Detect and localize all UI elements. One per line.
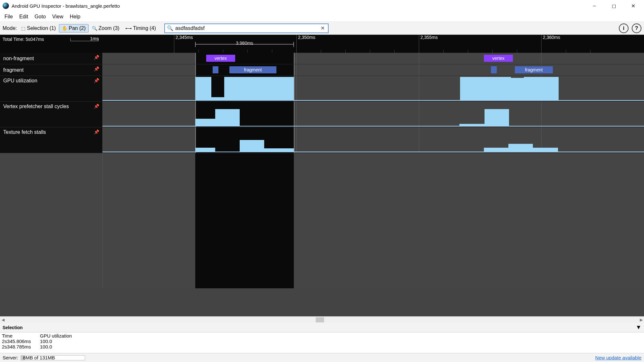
total-time-label: Total Time: 5s047ms 1ms: [0, 35, 102, 53]
info-button[interactable]: i: [619, 23, 629, 33]
track-texture-stall[interactable]: Texture fetch stalls 📌: [0, 127, 644, 153]
chip-fragment-small-2[interactable]: [491, 66, 497, 73]
tex-stall-bar-4[interactable]: [533, 148, 558, 152]
cell-value: 100.0: [40, 344, 85, 349]
chip-vertex-1[interactable]: vertex: [206, 55, 235, 62]
selection-panel-header[interactable]: Selection ▼: [0, 323, 644, 332]
vtx-stall-bar-1[interactable]: [195, 119, 215, 126]
mode-selection-label: Selection (1): [27, 25, 56, 31]
chip-fragment-1[interactable]: fragment: [229, 66, 276, 73]
mode-timing-label: Timing (4): [133, 25, 156, 31]
tex-stall-bar-3[interactable]: [508, 144, 533, 152]
gpu-util-bar-2[interactable]: [460, 77, 559, 100]
total-time-text: Total Time: 5s047ms: [3, 37, 44, 42]
tracks-container: non-fragment 📌 vertex vertex fragment 📌: [0, 53, 644, 316]
mode-label: Mode:: [3, 25, 17, 31]
pin-icon[interactable]: 📌: [94, 129, 99, 135]
chevron-down-icon[interactable]: ▼: [636, 324, 641, 331]
col-time-header[interactable]: Time: [2, 333, 40, 339]
track-vertex-stall-body[interactable]: [102, 102, 644, 127]
scroll-thumb[interactable]: [316, 317, 324, 322]
track-vertex-stall-label: Vertex prefetcher stall cycles 📌: [0, 102, 102, 127]
track-gpu-utilization-label: GPU utilization 📌: [0, 76, 102, 101]
track-fragment[interactable]: fragment 📌 fragment fragment: [0, 64, 644, 76]
selection-row[interactable]: 2s348.785ms 100.0: [2, 344, 642, 349]
statusbar: Server: 8MB of 131MB New update availabl…: [0, 353, 644, 362]
cell-time: 2s348.785ms: [2, 344, 40, 349]
timeline-ruler: Total Time: 5s047ms 1ms 2,345ms 2,350ms …: [0, 35, 644, 53]
track-gpu-utilization[interactable]: GPU utilization 📌: [0, 76, 644, 102]
mode-timing[interactable]: ⟷ Timing (4): [123, 24, 159, 32]
app-icon: [3, 3, 9, 9]
pin-icon[interactable]: 📌: [94, 55, 99, 60]
menu-goto[interactable]: Goto: [31, 13, 49, 21]
tracks-empty: [0, 153, 644, 288]
timeline[interactable]: Total Time: 5s047ms 1ms 2,345ms 2,350ms …: [0, 35, 644, 316]
ruler-selection-span: 3.980ms: [195, 42, 294, 47]
tex-stall-bar-2[interactable]: [240, 140, 264, 152]
tex-stall-bar-1[interactable]: [195, 148, 215, 152]
help-button[interactable]: ?: [632, 23, 641, 33]
pin-icon[interactable]: 📌: [94, 66, 99, 71]
ruler-axis: 2,345ms 2,350ms 2,355ms 2,360ms 3.980ms: [102, 35, 644, 53]
search-box[interactable]: 🔍 ✕: [164, 23, 329, 33]
chip-fragment-small-1[interactable]: [213, 66, 218, 73]
horizontal-scrollbar[interactable]: ◀ ▶: [0, 316, 644, 323]
chip-fragment-2[interactable]: fragment: [515, 66, 553, 73]
menubar: File Edit Goto View Help: [0, 12, 644, 22]
zoom-icon: 🔍: [92, 26, 97, 31]
ruler-tick-2345: 2,345ms: [174, 35, 193, 53]
selection-icon: ⬚: [21, 26, 25, 31]
vtx-stall-bar-3[interactable]: [485, 109, 509, 126]
pin-icon[interactable]: 📌: [94, 104, 99, 109]
server-memory-text: 8MB of 131MB: [21, 356, 85, 360]
scroll-right-icon[interactable]: ▶: [638, 318, 644, 322]
track-texture-stall-label: Texture fetch stalls 📌: [0, 127, 102, 153]
clear-search-icon[interactable]: ✕: [317, 25, 328, 31]
cell-value: 100.0: [40, 339, 85, 344]
cell-time: 2s345.806ms: [2, 339, 40, 344]
menu-help[interactable]: Help: [66, 13, 83, 21]
menu-edit[interactable]: Edit: [16, 13, 32, 21]
vtx-stall-bar-2[interactable]: [215, 109, 240, 126]
ruler-tick-2360: 2,360ms: [541, 35, 560, 53]
menu-view[interactable]: View: [49, 13, 66, 21]
track-gpu-utilization-body[interactable]: [102, 76, 644, 101]
chip-vertex-2[interactable]: vertex: [484, 55, 513, 62]
ruler-tick-2355: 2,355ms: [419, 35, 438, 53]
selection-table-header: Time GPU utilization: [2, 333, 642, 339]
hand-icon: ✋: [62, 26, 67, 31]
close-button[interactable]: ✕: [623, 0, 643, 12]
tex-stall-bar-3a[interactable]: [484, 148, 508, 152]
server-memory-meter: 8MB of 131MB: [21, 355, 85, 360]
selection-table: Time GPU utilization 2s345.806ms 100.0 2…: [0, 332, 644, 353]
search-icon: 🔍: [165, 25, 175, 31]
minimize-button[interactable]: –: [585, 0, 604, 12]
track-vertex-stall[interactable]: Vertex prefetcher stall cycles 📌: [0, 102, 644, 127]
mode-zoom[interactable]: 🔍 Zoom (3): [89, 24, 122, 32]
gpu-util-bar-1[interactable]: [195, 77, 294, 100]
mode-pan[interactable]: ✋ Pan (2): [59, 24, 88, 32]
gpu-util-notch-2: [511, 76, 524, 78]
mode-selection[interactable]: ⬚ Selection (1): [19, 24, 58, 32]
track-nonfragment-body[interactable]: vertex vertex: [102, 53, 644, 64]
selection-row[interactable]: 2s345.806ms 100.0: [2, 339, 642, 344]
track-fragment-label: fragment 📌: [0, 64, 102, 76]
update-available-link[interactable]: New update available: [595, 355, 641, 360]
gpu-util-notch-1: [211, 76, 224, 97]
ruler-scale-label: 1ms: [90, 36, 99, 41]
window-title: Android GPU Inspector - brawlstars_angle…: [12, 3, 120, 9]
search-input[interactable]: [175, 24, 317, 32]
tex-stall-bar-2b[interactable]: [264, 148, 294, 152]
titlebar: Android GPU Inspector - brawlstars_angle…: [0, 0, 644, 12]
maximize-button[interactable]: ◻: [604, 0, 623, 12]
server-label: Server:: [3, 355, 18, 360]
pin-icon[interactable]: 📌: [94, 78, 99, 83]
track-texture-stall-body[interactable]: [102, 127, 644, 153]
menu-file[interactable]: File: [1, 13, 16, 21]
track-fragment-body[interactable]: fragment fragment: [102, 64, 644, 76]
track-nonfragment[interactable]: non-fragment 📌 vertex vertex: [0, 53, 644, 64]
vtx-stall-bar-3b[interactable]: [459, 124, 485, 126]
col-value-header[interactable]: GPU utilization: [40, 333, 85, 339]
scroll-left-icon[interactable]: ◀: [0, 318, 6, 322]
